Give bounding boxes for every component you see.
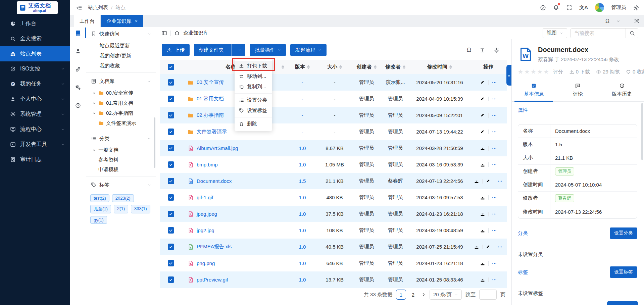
rail-item-link[interactable] xyxy=(70,65,86,73)
folder-tree-item[interactable]: 01.常用文档 xyxy=(86,98,156,108)
row-checkbox[interactable] xyxy=(168,64,174,70)
detail-tab[interactable]: 基本信息 xyxy=(512,82,556,101)
create-folder-button[interactable]: 创建文件夹 xyxy=(194,44,245,56)
download-button[interactable] xyxy=(474,244,479,250)
file-name-link[interactable]: AlbumArtSmall.jpg xyxy=(197,145,238,151)
file-name-link[interactable]: 00.安全宣传 xyxy=(197,79,224,86)
library-section-header[interactable]: 文档库 xyxy=(86,74,156,88)
start-workflow-button[interactable]: 发起流程 xyxy=(290,44,327,56)
sidebar-item-search[interactable]: 全文搜索 xyxy=(0,31,70,46)
folder-tree-item[interactable]: 00.安全宣传 xyxy=(86,88,156,98)
user-name[interactable]: 管理员 xyxy=(611,4,626,11)
batch-operations-button[interactable]: 批量操作 xyxy=(250,44,286,56)
file-name-link[interactable]: png.png xyxy=(197,260,215,266)
rail-item-book[interactable] xyxy=(70,29,86,37)
row-checkbox[interactable] xyxy=(168,227,174,234)
row-height-icon[interactable] xyxy=(480,47,485,53)
edit-button[interactable] xyxy=(480,80,485,85)
more-actions-button[interactable] xyxy=(492,261,497,266)
settings-gear-icon[interactable] xyxy=(633,5,639,11)
tag-pill[interactable]: gy(1) xyxy=(90,216,107,224)
row-checkbox[interactable] xyxy=(168,129,174,135)
home-icon[interactable] xyxy=(174,30,180,36)
jump-page-input[interactable] xyxy=(479,290,497,300)
detail-tab[interactable]: 评论 xyxy=(556,82,600,101)
refresh-icon[interactable]: Ω xyxy=(467,47,471,53)
detail-scrollbar[interactable] xyxy=(641,103,643,160)
sync-icon[interactable]: Ω xyxy=(605,18,609,24)
menu-item-move[interactable]: 移动到... xyxy=(235,71,272,82)
workspace-tab[interactable]: 工作台 xyxy=(74,15,101,27)
frame-icon[interactable] xyxy=(634,18,639,24)
rail-item-gears[interactable] xyxy=(70,83,86,91)
caret-right-icon[interactable] xyxy=(92,101,96,105)
panel-scrollbar[interactable] xyxy=(154,117,155,168)
row-checkbox[interactable] xyxy=(168,178,174,184)
sort-arrows-icon[interactable] xyxy=(374,65,377,69)
expand-detail-panel-button[interactable]: » xyxy=(506,65,511,86)
search-input[interactable] xyxy=(571,29,626,38)
sidebar-item-dashboard[interactable]: 工作台 xyxy=(0,16,70,31)
row-checkbox[interactable] xyxy=(168,79,174,86)
tag-pill[interactable]: 2(1) xyxy=(114,205,128,213)
file-name-link[interactable]: jpg2.jpg xyxy=(197,227,214,233)
sidebar-item-shield[interactable]: ISO文控 xyxy=(0,61,70,77)
menu-item-list[interactable]: 设置分类 xyxy=(235,95,272,105)
category-section-header[interactable]: 分类 xyxy=(86,132,156,145)
file-name-link[interactable]: Document.docx xyxy=(197,178,232,184)
more-actions-button[interactable] xyxy=(492,113,497,118)
breadcrumb-site-list[interactable]: 站点列表 xyxy=(88,4,108,11)
file-name-link[interactable]: pptPreview.gif xyxy=(197,277,228,283)
tags-section-header[interactable]: 标签 xyxy=(86,178,156,192)
translate-icon[interactable]: 文A xyxy=(579,4,588,11)
download-button[interactable] xyxy=(480,146,485,151)
file-name-link[interactable]: 02.办事指南 xyxy=(197,112,224,118)
sort-arrows-icon[interactable] xyxy=(307,65,310,69)
sidebar-item-task[interactable]: P我的任务 xyxy=(0,77,70,92)
row-checkbox[interactable] xyxy=(168,112,174,118)
row-checkbox[interactable] xyxy=(168,161,174,168)
page-size-select[interactable]: 20 条/页 xyxy=(430,290,462,300)
quick-access-section-header[interactable]: 快速访问 xyxy=(86,27,156,41)
row-checkbox[interactable] xyxy=(168,211,174,217)
sidebar-item-person[interactable]: 个人中心 xyxy=(0,92,70,107)
notifications-button[interactable] xyxy=(553,4,559,11)
download-button[interactable] xyxy=(480,228,485,233)
search-button[interactable] xyxy=(626,29,638,38)
page-number-button[interactable]: 1 xyxy=(396,290,406,300)
detail-tab[interactable]: 版本历史 xyxy=(600,82,644,101)
edit-button[interactable] xyxy=(480,96,485,102)
download-button[interactable] xyxy=(480,277,485,283)
discover-icon[interactable] xyxy=(540,5,546,11)
menu-item-download[interactable]: 打包下载 xyxy=(235,61,272,71)
close-icon[interactable]: × xyxy=(135,19,138,23)
panel-collapse-icon[interactable] xyxy=(161,30,167,36)
rail-item-history[interactable] xyxy=(70,101,86,109)
tag-pill[interactable]: 333(1) xyxy=(131,205,150,213)
quick-access-item[interactable]: 站点最近更新 xyxy=(86,41,156,51)
more-actions-button[interactable] xyxy=(492,195,497,200)
set-category-button[interactable]: 设置分类 xyxy=(610,227,637,239)
edit-button[interactable] xyxy=(480,129,485,135)
sort-arrows-icon[interactable] xyxy=(282,65,284,69)
download-button[interactable] xyxy=(480,261,485,266)
more-actions-button[interactable] xyxy=(497,244,503,250)
page-number-button[interactable]: 2 xyxy=(409,290,417,300)
sidebar-collapse-icon[interactable] xyxy=(76,5,82,11)
tag-pill[interactable]: 2023(2) xyxy=(112,194,134,202)
more-actions-button[interactable] xyxy=(492,277,497,283)
upload-button[interactable]: 上传 xyxy=(162,44,190,56)
fullscreen-icon[interactable] xyxy=(566,5,572,11)
set-tags-button[interactable]: 设置标签 xyxy=(610,266,637,278)
workspace-tab[interactable]: 企业知识库× xyxy=(101,15,143,27)
more-actions-button[interactable] xyxy=(492,96,497,102)
tabbar-chevron-down-icon[interactable] xyxy=(616,19,620,23)
more-actions-button[interactable] xyxy=(497,179,503,184)
menu-item-copy[interactable]: 复制到... xyxy=(235,82,272,92)
file-name-link[interactable]: gif-1.gif xyxy=(197,195,213,200)
category-item[interactable]: 参考资料 xyxy=(86,155,156,165)
file-name-link[interactable]: 01.常用文档 xyxy=(197,96,224,102)
avatar[interactable] xyxy=(595,3,604,12)
download-button[interactable] xyxy=(474,179,479,184)
caret-right-icon[interactable] xyxy=(92,111,96,115)
